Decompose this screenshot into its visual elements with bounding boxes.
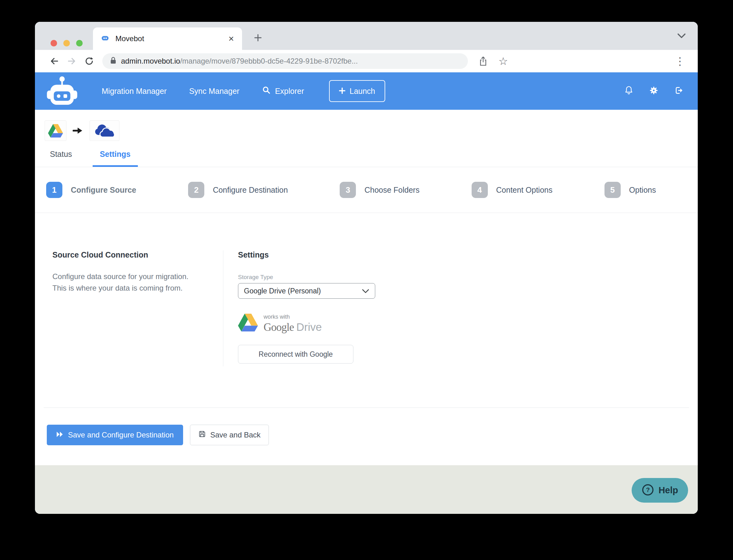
works-with-text: works with [263,314,322,320]
tab-status[interactable]: Status [49,150,73,167]
step-options[interactable]: 5 Options [605,182,656,198]
favicon-robot-icon [101,34,109,43]
back-button[interactable] [46,56,63,66]
step-number-badge: 1 [46,182,62,198]
lock-icon [110,56,117,66]
window-controls [51,40,83,46]
url-domain: admin.movebot.io [121,57,180,65]
source-description-column: Source Cloud Connection Configure data s… [52,250,223,366]
save-icon [198,430,206,440]
help-label: Help [658,485,678,495]
chevron-down-icon [362,288,369,293]
sign-out-icon[interactable] [674,86,683,96]
destination-onedrive-icon[interactable] [89,120,119,141]
browser-tab-strip: Movebot × [35,22,698,50]
app-navbar: Migration Manager Sync Manager Explorer … [35,72,698,110]
page-tabs: Status Settings [35,150,698,167]
settings-title: Settings [238,250,375,259]
step-label: Content Options [496,186,553,195]
search-icon [262,86,271,96]
step-label: Options [629,186,656,195]
step-configure-destination[interactable]: 2 Configure Destination [188,182,287,198]
step-number-badge: 3 [340,182,356,198]
configure-source-panel: Source Cloud Connection Configure data s… [35,213,698,366]
save-and-back-button[interactable]: Save and Back [190,425,269,445]
step-label: Configure Destination [213,186,287,195]
wizard-stepper: 1 Configure Source 2 Configure Destinati… [35,167,698,213]
section-description: Configure data source for your migration… [52,271,195,294]
save-and-configure-destination-button[interactable]: Save and Configure Destination [47,425,183,445]
reconnect-with-google-button[interactable]: Reconnect with Google [238,345,353,364]
browser-toolbar: admin.movebot.io/manage/move/879ebbb0-dc… [35,50,698,72]
storage-type-value: Google Drive (Personal) [244,287,321,295]
nav-sync-manager[interactable]: Sync Manager [189,87,239,96]
main-content: Status Settings 1 Configure Source 2 Con… [35,110,698,465]
help-button[interactable]: ? Help [632,478,688,503]
chevron-down-icon[interactable] [677,32,686,40]
bookmark-star-icon[interactable]: ☆ [499,56,508,66]
close-tab-icon[interactable]: × [228,34,234,43]
google-drive-icon [238,314,258,333]
source-google-drive-icon[interactable] [45,120,66,141]
url-path: /manage/move/879ebbb0-dc5e-4229-91be-870… [180,57,358,65]
step-label: Configure Source [71,186,136,195]
zoom-window-button[interactable] [76,40,83,46]
source-settings-column: Settings Storage Type Google Drive (Pers… [223,250,375,366]
browser-window: Movebot × admin.movebot.io/manage/move/8… [35,22,698,514]
launch-button[interactable]: Launch [329,80,385,102]
minimize-window-button[interactable] [63,40,70,46]
google-wordmark: Google [263,321,294,333]
svg-text:?: ? [646,486,650,493]
drive-wordmark: Drive [296,321,322,333]
url-bar[interactable]: admin.movebot.io/manage/move/879ebbb0-dc… [102,53,468,69]
step-number-badge: 5 [605,182,621,198]
step-number-badge: 4 [472,182,488,198]
gear-icon[interactable] [649,86,658,96]
fast-forward-icon [56,431,64,439]
browser-tab[interactable]: Movebot × [93,27,242,50]
works-with-google-drive-badge: works with GoogleDrive [238,314,375,334]
movebot-logo-icon[interactable] [45,76,79,106]
step-choose-folders[interactable]: 3 Choose Folders [340,182,419,198]
migration-connector [35,110,698,141]
step-content-options[interactable]: 4 Content Options [472,182,553,198]
close-window-button[interactable] [51,40,57,46]
tab-settings[interactable]: Settings [93,150,138,167]
step-label: Choose Folders [364,186,419,195]
new-tab-button[interactable] [253,33,263,44]
storage-type-select[interactable]: Google Drive (Personal) [238,283,375,299]
page-footer: ? Help [35,465,698,514]
nav-explorer[interactable]: Explorer [262,86,304,96]
section-divider [44,408,689,408]
tab-title: Movebot [115,34,222,43]
nav-migration-manager[interactable]: Migration Manager [102,87,166,96]
storage-type-label: Storage Type [238,274,375,281]
share-icon[interactable] [479,56,488,66]
section-title: Source Cloud Connection [52,250,195,259]
step-configure-source[interactable]: 1 Configure Source [46,182,136,198]
step-number-badge: 2 [188,182,204,198]
arrow-right-icon [73,127,83,134]
question-circle-icon: ? [642,484,654,497]
reload-button[interactable] [80,56,98,66]
url-text: admin.movebot.io/manage/move/879ebbb0-dc… [121,57,358,65]
navbar-actions [624,85,683,97]
form-actions: Save and Configure Destination Save and … [35,425,698,445]
badge-text: works with GoogleDrive [263,314,322,334]
kebab-menu-icon[interactable]: ⋮ [675,56,685,66]
plus-icon [339,87,345,96]
bell-icon[interactable] [624,85,634,97]
forward-button[interactable] [63,56,80,66]
